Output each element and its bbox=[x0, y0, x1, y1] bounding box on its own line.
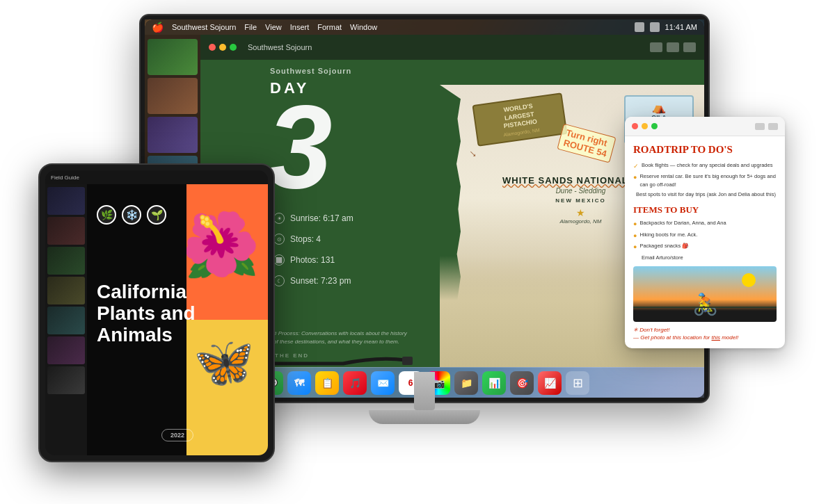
ipad-thumb-6[interactable] bbox=[47, 336, 85, 364]
ipad-thumb-7[interactable] bbox=[47, 366, 85, 394]
note-section2-title: ITEMS TO BUY bbox=[633, 204, 777, 216]
ipad-thumb-4[interactable] bbox=[47, 277, 85, 304]
grapher-icon: 📈 bbox=[544, 377, 556, 389]
dock-grid[interactable]: ⊞ bbox=[566, 371, 589, 395]
sidebar-thumb-1[interactable] bbox=[148, 39, 198, 75]
state-label: NEW MEXICO bbox=[555, 197, 605, 204]
sunrise-text: Sunrise: 6:17 am bbox=[290, 213, 353, 223]
note-toolbar-icons bbox=[755, 123, 778, 130]
bullet-5: ● bbox=[633, 231, 637, 241]
arrow-decoration: → bbox=[465, 145, 482, 162]
app-title: Southwest Sojourn bbox=[248, 43, 312, 51]
sunset-icon: ☾ bbox=[273, 275, 285, 286]
menubar-window[interactable]: Window bbox=[350, 23, 377, 31]
ipad: Field Guide 🌺 bbox=[38, 163, 275, 462]
dock-files[interactable]: 📁 bbox=[454, 371, 478, 395]
menubar-right: 11:41 AM bbox=[635, 22, 697, 32]
note-item-2: ● Reserve rental car. Be sure it's big e… bbox=[633, 172, 777, 189]
note-text-3: Best spots to visit for day trips (ask J… bbox=[636, 190, 776, 199]
nature-icon-1: 🌿 bbox=[97, 205, 116, 225]
bullet-4: ● bbox=[633, 219, 637, 229]
description-text: # Process: Conversations with locals abo… bbox=[273, 330, 407, 345]
note-tb-icon-1[interactable] bbox=[755, 123, 765, 130]
ipad-thumb-5[interactable] bbox=[47, 307, 85, 334]
book-cover: 🌺 🦋 🌿 ❄️ 🌱 California bbox=[87, 184, 268, 455]
stops-icon: ⊙ bbox=[273, 234, 285, 245]
cover-right-bottom: 🦋 bbox=[186, 320, 268, 455]
menubar-file[interactable]: File bbox=[244, 23, 257, 31]
menubar-left: 🍎 Southwest Sojourn File View Insert For… bbox=[152, 22, 635, 33]
note-fullscreen[interactable] bbox=[651, 123, 658, 129]
nature-icon-3: 🌱 bbox=[147, 205, 166, 225]
note-item-1: ✓ Book flights — check for any special d… bbox=[633, 161, 777, 171]
fullscreen-button[interactable] bbox=[230, 44, 237, 51]
note-buy-text-1: Backpacks for Darian, Anna, and Ana bbox=[639, 219, 726, 227]
sun-decoration bbox=[742, 273, 756, 287]
ipad-sidebar bbox=[45, 184, 87, 455]
ipad-body: Field Guide 🌺 bbox=[38, 163, 275, 462]
dock-keynote[interactable]: 🎯 bbox=[510, 371, 534, 395]
dock-numbers[interactable]: 📊 bbox=[482, 371, 506, 395]
grid-icon: ⊞ bbox=[573, 375, 583, 391]
note-scribble: ✳ Don't forget! — Get photo at this loca… bbox=[633, 326, 777, 341]
note-buy-3: ● Packaged snacks 🎒 bbox=[633, 242, 777, 252]
numbers-icon: 📊 bbox=[488, 377, 500, 389]
note-buy-1: ● Backpacks for Darian, Anna, and Ana bbox=[633, 219, 777, 229]
minimize-button[interactable] bbox=[219, 44, 226, 51]
flower-decoration: 🌺 bbox=[186, 184, 261, 313]
cover-right-top: 🌺 bbox=[186, 184, 268, 320]
note-tb-icon-2[interactable] bbox=[768, 123, 778, 130]
sunrise-item: ☀ Sunrise: 6:17 am bbox=[273, 213, 353, 224]
close-button[interactable] bbox=[209, 44, 216, 51]
note-email-text: Email Arturo/store bbox=[642, 254, 683, 262]
battery-icon bbox=[650, 22, 660, 32]
monitor-base bbox=[369, 410, 480, 424]
sidebar-thumb-3[interactable] bbox=[148, 117, 198, 153]
sunset-item: ☾ Sunset: 7:23 pm bbox=[273, 275, 353, 286]
monitor-neck bbox=[414, 372, 435, 410]
toolbar-icon-3[interactable] bbox=[683, 42, 696, 52]
cyclist-icon: 🚴 bbox=[692, 292, 718, 316]
note-close[interactable] bbox=[632, 123, 638, 129]
bullet-6: ● bbox=[633, 242, 637, 252]
photos-text: Photos: 131 bbox=[290, 255, 335, 265]
sidebar-thumb-2[interactable] bbox=[148, 78, 198, 114]
book-title: California Plants and Animals bbox=[97, 282, 196, 346]
floating-note: ROADTRIP TO DO'S ✓ Book flights — check … bbox=[625, 117, 785, 348]
toolbar-icon-1[interactable] bbox=[650, 42, 662, 52]
pistachio-stamp: WORLD'SLARGESTPISTACHIO Alamogordo, NM bbox=[472, 92, 567, 147]
journal-toolbar: Southwest Sojourn bbox=[200, 35, 704, 60]
note-item-3: Best spots to visit for day trips (ask J… bbox=[633, 190, 777, 199]
book-title-line3: Animals bbox=[97, 325, 196, 346]
stops-item: ⊙ Stops: 4 bbox=[273, 234, 353, 245]
menubar-format[interactable]: Format bbox=[317, 23, 342, 31]
horizon bbox=[633, 307, 777, 308]
note-minimize[interactable] bbox=[642, 123, 648, 129]
menubar-insert[interactable]: Insert bbox=[290, 23, 310, 31]
note-toolbar bbox=[625, 117, 785, 136]
apple-menu[interactable]: 🍎 bbox=[152, 22, 164, 33]
sojourn-header: Southwest Sojourn bbox=[270, 67, 351, 75]
note-buy-text-2: Hiking boots for me. Ack. bbox=[639, 231, 697, 239]
note-email: Email Arturo/store bbox=[633, 254, 777, 262]
ipad-thumb-1[interactable] bbox=[47, 187, 85, 215]
route-label: Turn rightROUTE 54 bbox=[563, 127, 609, 158]
note-text-1: Book flights — check for any special dea… bbox=[642, 161, 772, 170]
toolbar-icons bbox=[650, 42, 696, 52]
menubar-view[interactable]: View bbox=[265, 23, 282, 31]
year-badge: 2022 bbox=[161, 429, 193, 441]
butterfly-decoration: 🦋 bbox=[193, 334, 254, 391]
files-icon: 📁 bbox=[461, 377, 472, 389]
nature-icon-2: ❄️ bbox=[122, 205, 141, 225]
traffic-lights bbox=[209, 44, 237, 51]
toolbar-icon-2[interactable] bbox=[667, 42, 679, 52]
sunrise-icon: ☀ bbox=[273, 213, 285, 224]
ipad-screen: Field Guide 🌺 bbox=[45, 170, 268, 455]
dock-grapher[interactable]: 📈 bbox=[538, 371, 562, 395]
note-content: ROADTRIP TO DO'S ✓ Book flights — check … bbox=[625, 136, 785, 348]
ipad-thumb-3[interactable] bbox=[47, 247, 85, 275]
info-panel: ☀ Sunrise: 6:17 am ⊙ Stops: 4 ⬜ Photos: … bbox=[273, 213, 353, 286]
photos-item: ⬜ Photos: 131 bbox=[273, 254, 353, 266]
svg-rect-0 bbox=[402, 357, 413, 365]
ipad-thumb-2[interactable] bbox=[47, 217, 85, 245]
